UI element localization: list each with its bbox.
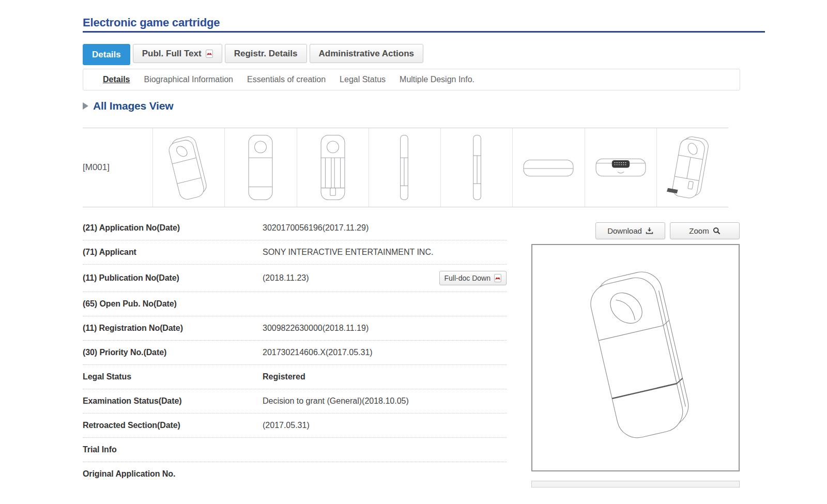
triangle-bullet-icon bbox=[83, 102, 88, 110]
detail-row-label: Examination Status(Date) bbox=[83, 396, 263, 406]
detail-row-value: 3020170056196(2017.11.29) bbox=[263, 223, 369, 233]
viewer-buttons: Download Zoom bbox=[595, 222, 740, 239]
cartridge-side-icon bbox=[371, 130, 438, 205]
subnav-item-label: Multiple Design Info. bbox=[400, 75, 474, 84]
pdf-icon bbox=[206, 50, 213, 58]
download-button-label: Download bbox=[607, 226, 642, 235]
design-detail-page: Electronic game cartridge Details Publ. … bbox=[0, 0, 827, 504]
detail-row-value: 3009822630000(2018.11.19) bbox=[263, 324, 369, 333]
detail-row-label: Legal Status bbox=[83, 372, 263, 381]
detail-row-11-registration-no-date: (11) Registration No(Date) 3009822630000… bbox=[83, 316, 507, 341]
main-image-viewer bbox=[531, 244, 740, 471]
detail-row-value: SONY INTERACTIVE ENTERTAINMENT INC. bbox=[263, 248, 433, 257]
details-table: (21) Application No(Date) 3020170056196(… bbox=[83, 216, 507, 486]
zoom-button-label: Zoom bbox=[689, 226, 709, 235]
thumbnail-perspective-rear[interactable] bbox=[656, 128, 728, 207]
tab-label: Details bbox=[92, 50, 121, 60]
detail-row-label: (30) Priority No.(Date) bbox=[83, 348, 263, 357]
tab-publ-full-text[interactable]: Publ. Full Text bbox=[133, 44, 222, 63]
download-icon bbox=[646, 227, 653, 235]
cartridge-bottom-icon bbox=[587, 130, 654, 205]
download-button[interactable]: Download bbox=[595, 222, 665, 239]
detail-row-label: Retroacted Section(Date) bbox=[83, 421, 263, 430]
subnav-item-details[interactable]: Details bbox=[103, 75, 130, 84]
detail-row-11-publication-no-date: (11) Publication No(Date) (2018.11.23) F… bbox=[83, 265, 507, 292]
cartridge-perspective-icon bbox=[659, 130, 726, 205]
subnav-item-label: Biographical Information bbox=[144, 75, 233, 84]
detail-row-value: Decision to grant (General)(2018.10.05) bbox=[263, 396, 409, 406]
zoom-button[interactable]: Zoom bbox=[670, 222, 740, 239]
detail-row-examination-status-date: Examination Status(Date) Decision to gra… bbox=[83, 389, 507, 414]
detail-row-30-priority-no-date: (30) Priority No.(Date) 201730214606.X(2… bbox=[83, 341, 507, 365]
detail-row-71-applicant: (71) Applicant SONY INTERACTIVE ENTERTAI… bbox=[83, 240, 507, 265]
collapsed-panel bbox=[531, 481, 740, 487]
thumbnail-bottom-view[interactable] bbox=[585, 128, 656, 207]
detail-row-value: (2017.05.31) bbox=[263, 421, 310, 430]
tab-bar: Details Publ. Full Text Registr. Details… bbox=[83, 44, 423, 65]
subnav-item-label: Essentials of creation bbox=[247, 75, 326, 84]
pdf-icon bbox=[494, 274, 501, 282]
design-number-cell: [M001] bbox=[83, 128, 152, 207]
subnav-item-label: Details bbox=[103, 75, 130, 84]
thumbnail-rear-view[interactable] bbox=[297, 128, 369, 207]
detail-row-label: (21) Application No(Date) bbox=[83, 223, 263, 233]
thumbnail-front-view[interactable] bbox=[224, 128, 296, 207]
detail-row-value: 201730214606.X(2017.05.31) bbox=[263, 348, 373, 357]
thumbnail-side-view-right[interactable] bbox=[440, 128, 512, 207]
subnav: Details Biographical Information Essenti… bbox=[83, 69, 740, 90]
detail-row-original-application-no: Original Application No. bbox=[83, 462, 507, 486]
subnav-item-biographical-information[interactable]: Biographical Information bbox=[144, 75, 233, 84]
detail-row-value: Registered bbox=[263, 372, 305, 381]
detail-row-label: (11) Registration No(Date) bbox=[83, 324, 263, 333]
thumbnail-top-view[interactable] bbox=[512, 128, 584, 207]
thumbnail-side-view-left[interactable] bbox=[369, 128, 440, 207]
subnav-item-label: Legal Status bbox=[340, 75, 386, 84]
subnav-item-legal-status[interactable]: Legal Status bbox=[340, 75, 386, 84]
tab-details[interactable]: Details bbox=[83, 44, 130, 65]
magnifier-icon bbox=[713, 227, 721, 235]
image-strip: [M001] bbox=[83, 128, 728, 207]
cartridge-front-icon bbox=[227, 130, 294, 205]
detail-row-label: Original Application No. bbox=[83, 469, 263, 479]
detail-row-65-open-pub-no-date: (65) Open Pub. No(Date) bbox=[83, 292, 507, 316]
detail-row-retroacted-section-date: Retroacted Section(Date) (2017.05.31) bbox=[83, 414, 507, 438]
subnav-item-multiple-design-info[interactable]: Multiple Design Info. bbox=[400, 75, 474, 84]
detail-row-21-application-no-date: (21) Application No(Date) 3020170056196(… bbox=[83, 216, 507, 240]
cartridge-top-icon bbox=[515, 130, 582, 205]
tab-label: Administrative Actions bbox=[319, 49, 415, 59]
detail-row-label: Trial Info bbox=[83, 445, 263, 454]
title-divider bbox=[83, 31, 765, 33]
detail-row-label: (65) Open Pub. No(Date) bbox=[83, 299, 263, 309]
detail-row-value: (2018.11.23) bbox=[263, 273, 309, 283]
cartridge-perspective-icon bbox=[155, 130, 222, 205]
design-number-label: [M001] bbox=[83, 162, 110, 173]
full-doc-down-button[interactable]: Full-doc Down bbox=[439, 271, 507, 285]
detail-row-trial-info: Trial Info bbox=[83, 438, 507, 462]
subnav-item-essentials-of-creation[interactable]: Essentials of creation bbox=[247, 75, 326, 84]
cartridge-rear-icon bbox=[299, 130, 366, 205]
cartridge-main-drawing bbox=[548, 251, 724, 465]
section-title: All Images View bbox=[93, 100, 173, 112]
detail-row-label: (71) Applicant bbox=[83, 248, 263, 257]
detail-row-label: (11) Publication No(Date) bbox=[83, 273, 263, 283]
tab-label: Registr. Details bbox=[234, 49, 298, 59]
thumbnail-perspective-front[interactable] bbox=[152, 128, 224, 207]
section-all-images-view: All Images View bbox=[83, 100, 173, 112]
tab-registr-details[interactable]: Registr. Details bbox=[225, 44, 307, 63]
detail-row-legal-status: Legal Status Registered bbox=[83, 365, 507, 389]
page-title: Electronic game cartridge bbox=[83, 16, 220, 29]
full-doc-down-label: Full-doc Down bbox=[445, 274, 491, 282]
cartridge-side-icon bbox=[443, 130, 510, 205]
tab-administrative-actions[interactable]: Administrative Actions bbox=[310, 44, 424, 63]
tab-label: Publ. Full Text bbox=[142, 49, 202, 59]
